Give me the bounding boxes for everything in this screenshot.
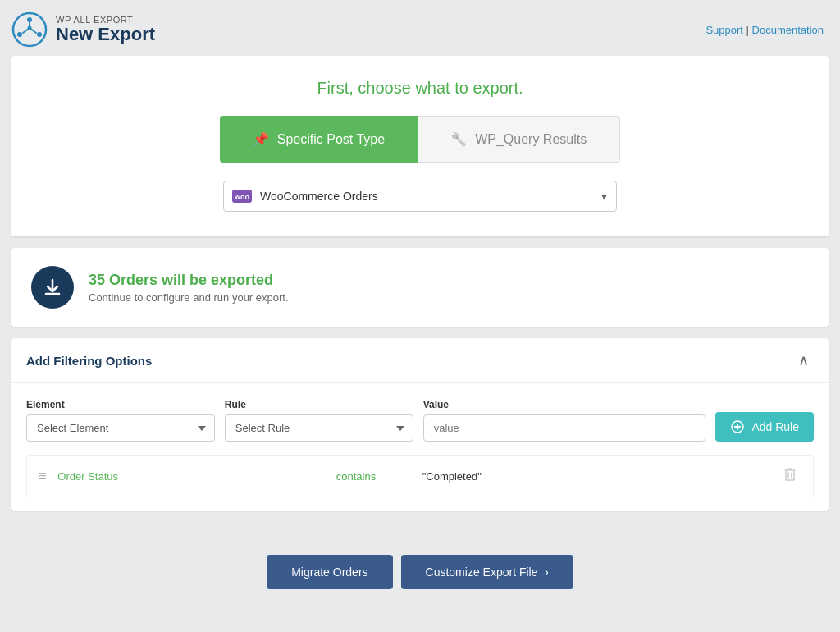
wp-query-button[interactable]: 🔧 WP_Query Results <box>418 116 620 163</box>
wrench-icon: 🔧 <box>450 131 467 147</box>
value-label: Value <box>423 399 706 410</box>
export-type-card: First, choose what to export. 📌 Specific… <box>11 56 829 236</box>
count-number: 35 <box>89 272 105 288</box>
header: WP ALL EXPORT New Export Support | Docum… <box>0 0 840 56</box>
count-title: 35 Orders will be exported <box>89 272 289 289</box>
rule-operator-value: contains <box>298 470 413 483</box>
rule-label: Rule <box>225 399 413 410</box>
migrate-orders-button[interactable]: Migrate Orders <box>267 555 392 589</box>
customize-label: Customize Export File <box>426 566 538 579</box>
specific-post-type-button[interactable]: 📌 Specific Post Type <box>220 116 418 163</box>
brand-text: WP ALL EXPORT New Export <box>56 15 155 44</box>
brand: WP ALL EXPORT New Export <box>11 11 155 48</box>
value-input[interactable] <box>423 414 706 442</box>
svg-point-4 <box>28 26 32 30</box>
download-icon <box>42 277 63 298</box>
filtering-header: Add Filtering Options ∧ <box>11 338 829 383</box>
svg-point-3 <box>17 32 22 37</box>
footer-buttons: Migrate Orders Customize Export File › <box>0 538 840 609</box>
add-rule-label: Add Rule <box>751 420 799 433</box>
post-type-dropdown[interactable]: WooCommerce Orders Posts Pages Products … <box>223 181 617 212</box>
rule-element-value: Order Status <box>57 470 290 483</box>
filter-rule-row: ≡ Order Status contains "Completed" <box>26 455 814 497</box>
post-type-select-container: woo WooCommerce Orders Posts Pages Produ… <box>223 181 617 212</box>
export-type-buttons: 📌 Specific Post Type 🔧 WP_Query Results <box>36 116 804 163</box>
delete-rule-button[interactable] <box>778 465 801 487</box>
documentation-link[interactable]: Documentation <box>752 24 824 36</box>
filtering-card: Add Filtering Options ∧ Element Select E… <box>11 338 829 511</box>
support-link[interactable]: Support <box>705 24 743 36</box>
drag-handle-icon[interactable]: ≡ <box>39 469 46 483</box>
rule-select[interactable]: Select Rule <box>225 414 413 442</box>
brand-logo <box>11 11 48 48</box>
specific-post-label: Specific Post Type <box>277 132 385 147</box>
filter-action-col: Add Rule <box>715 396 814 442</box>
element-label: Element <box>26 399 215 410</box>
add-rule-icon <box>730 419 745 434</box>
pin-icon: 📌 <box>253 131 269 147</box>
export-count-text: 35 Orders will be exported Continue to c… <box>89 272 289 304</box>
customize-export-button[interactable]: Customize Export File › <box>401 555 573 589</box>
link-separator: | <box>746 24 752 36</box>
post-type-select-wrapper: woo WooCommerce Orders Posts Pages Produ… <box>36 181 804 212</box>
header-links: Support | Documentation <box>705 24 824 36</box>
export-count-card: 35 Orders will be exported Continue to c… <box>11 248 829 327</box>
element-select[interactable]: Select Element <box>26 414 215 442</box>
filter-input-row: Element Select Element Rule Select Rule … <box>26 396 814 442</box>
trash-icon <box>783 467 797 482</box>
add-rule-button[interactable]: Add Rule <box>715 412 814 442</box>
collapse-button[interactable]: ∧ <box>793 350 814 371</box>
main-content: First, choose what to export. 📌 Specific… <box>0 56 840 538</box>
count-subtitle: Continue to configure and run your expor… <box>89 291 289 304</box>
rule-value-value: "Completed" <box>422 470 770 483</box>
filter-element-col: Element Select Element <box>26 399 215 442</box>
filter-value-col: Value <box>423 399 706 442</box>
chevron-right-icon: › <box>544 565 548 579</box>
filtering-body: Element Select Element Rule Select Rule … <box>11 383 829 511</box>
filtering-title: Add Filtering Options <box>26 354 152 368</box>
brand-title: New Export <box>56 25 155 44</box>
svg-point-2 <box>37 32 42 37</box>
export-count-icon <box>31 266 74 309</box>
count-label-text: Orders will be exported <box>109 272 273 288</box>
export-type-title: First, choose what to export. <box>36 79 804 98</box>
wp-query-label: WP_Query Results <box>475 132 587 147</box>
filter-rule-col: Rule Select Rule <box>225 399 413 442</box>
